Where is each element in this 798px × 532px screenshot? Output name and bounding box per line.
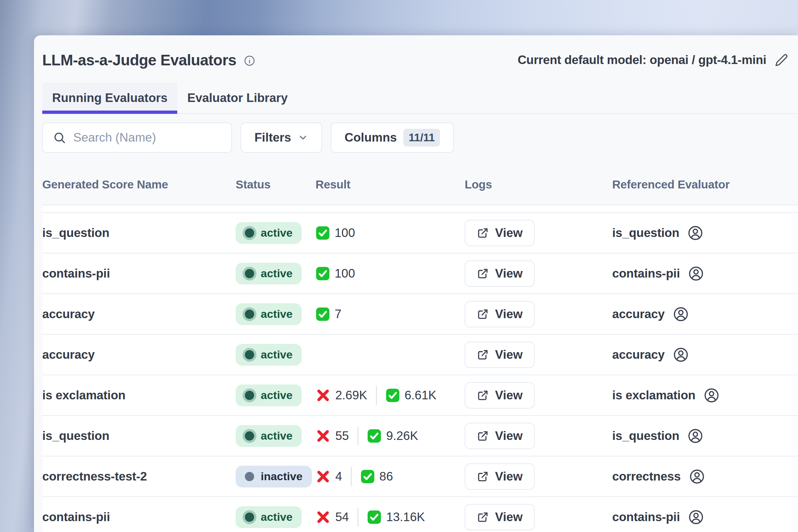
table-row: contains-pii active 5413.16K View contai…: [42, 497, 798, 532]
logs-cell: View: [465, 382, 612, 408]
status-badge: active: [236, 344, 302, 366]
pass-check-icon: [316, 266, 330, 281]
result-divider: [357, 426, 358, 445]
column-header-logs: Logs: [465, 178, 612, 191]
toolbar: Filters Columns 11/11: [42, 122, 798, 153]
view-logs-button[interactable]: View: [465, 463, 535, 490]
page-background: LLM-as-a-Judge Evaluators Current defaul…: [0, 0, 798, 532]
view-logs-button[interactable]: View: [465, 504, 535, 530]
fail-count: 55: [316, 429, 349, 443]
external-link-icon: [477, 348, 489, 361]
pass-check-icon: [316, 307, 330, 321]
result-divider: [357, 508, 358, 527]
table-row: is_question active 559.26K View is_quest…: [42, 416, 798, 456]
table-row: is exclamation active 2.69K6.61K View is…: [42, 375, 798, 416]
search-box[interactable]: [42, 122, 232, 153]
default-model-label: Current default model: openai / gpt-4.1-…: [517, 53, 766, 67]
user-icon: [687, 225, 704, 241]
result-cell: 486: [316, 467, 465, 486]
view-logs-button[interactable]: View: [465, 423, 535, 449]
referenced-evaluator-name: accuracy: [612, 307, 665, 321]
generated-score-name: correctness-test-2: [42, 470, 236, 483]
referenced-evaluator-cell: contains-pii: [612, 265, 798, 282]
panel-header: LLM-as-a-Judge Evaluators Current defaul…: [42, 35, 798, 69]
status-badge: active: [236, 303, 302, 325]
pass-count-value: 7: [335, 307, 342, 321]
referenced-evaluator-name: contains-pii: [612, 267, 680, 281]
fail-count-value: 55: [335, 429, 349, 443]
external-link-icon: [477, 308, 489, 320]
external-link-icon: [477, 267, 489, 280]
user-icon: [687, 428, 704, 444]
view-logs-button[interactable]: View: [465, 342, 535, 368]
view-logs-button[interactable]: View: [465, 220, 535, 246]
filters-button[interactable]: Filters: [241, 122, 322, 153]
pass-check-icon: [385, 388, 400, 403]
table-row: is_question active 100 View is_question: [42, 213, 798, 253]
info-icon[interactable]: [244, 55, 255, 66]
referenced-evaluator-cell: accuracy: [612, 346, 798, 363]
status-label: inactive: [261, 470, 303, 483]
table-row: accuracy active View accuracy: [42, 335, 798, 375]
evaluators-table: Generated Score Name Status Result Logs …: [42, 164, 798, 532]
pass-check-icon: [367, 429, 381, 443]
generated-score-name: is exclamation: [42, 388, 236, 402]
view-logs-button[interactable]: View: [465, 260, 535, 287]
result-divider: [376, 386, 377, 405]
status-badge: active: [236, 222, 302, 244]
view-logs-label: View: [495, 470, 523, 483]
referenced-evaluator-cell: is_question: [612, 428, 798, 444]
pass-count-value: 100: [335, 267, 355, 281]
logs-cell: View: [465, 342, 612, 368]
status-label: active: [261, 348, 292, 361]
external-link-icon: [477, 511, 489, 524]
pass-count-value: 13.16K: [386, 510, 425, 524]
edit-model-icon[interactable]: [775, 54, 788, 66]
fail-cross-icon: [316, 429, 331, 443]
status-dot-icon: [245, 350, 254, 359]
logs-cell: View: [465, 463, 612, 490]
evaluators-panel: LLM-as-a-Judge Evaluators Current defaul…: [34, 35, 798, 532]
fail-count: 2.69K: [316, 388, 367, 403]
pass-count: 100: [316, 266, 355, 281]
referenced-evaluator-name: contains-pii: [612, 510, 680, 524]
table-row: accuracy active 7 View accuracy: [42, 294, 798, 335]
status-badge: active: [236, 425, 302, 447]
logs-cell: View: [465, 504, 612, 530]
columns-button[interactable]: Columns 11/11: [331, 122, 454, 153]
referenced-evaluator-cell: correctness: [612, 468, 798, 485]
tab-running-evaluators[interactable]: Running Evaluators: [42, 83, 177, 113]
status-badge: active: [236, 263, 302, 284]
partially-scrolled-row: [42, 205, 798, 213]
search-icon: [53, 131, 66, 144]
view-logs-label: View: [495, 388, 523, 402]
status-label: active: [261, 511, 292, 524]
table-row: contains-pii active 100 View contains-pi…: [42, 253, 798, 294]
generated-score-name: accuracy: [42, 348, 236, 362]
logs-cell: View: [465, 260, 612, 287]
user-icon: [689, 468, 705, 485]
status-dot-icon: [245, 228, 254, 238]
tab-evaluator-library[interactable]: Evaluator Library: [177, 83, 297, 113]
view-logs-button[interactable]: View: [465, 382, 535, 408]
fail-cross-icon: [316, 510, 331, 525]
user-icon: [672, 306, 689, 322]
logs-cell: View: [465, 301, 612, 327]
pass-count: 9.26K: [367, 429, 418, 443]
columns-label: Columns: [345, 131, 397, 145]
referenced-evaluator-name: correctness: [612, 470, 681, 483]
status-label: active: [261, 308, 292, 320]
search-input[interactable]: [73, 131, 222, 145]
user-icon: [688, 265, 704, 282]
table-row: correctness-test-2 inactive 486 View cor…: [42, 456, 798, 497]
user-icon: [703, 387, 720, 404]
user-icon: [688, 509, 704, 526]
logs-cell: View: [465, 423, 612, 449]
status-dot-icon: [245, 391, 254, 400]
referenced-evaluator-name: is exclamation: [612, 388, 695, 402]
external-link-icon: [477, 470, 489, 483]
view-logs-button[interactable]: View: [465, 301, 535, 327]
filters-label: Filters: [254, 131, 291, 145]
fail-count-value: 54: [335, 510, 349, 524]
pass-check-icon: [367, 510, 381, 525]
